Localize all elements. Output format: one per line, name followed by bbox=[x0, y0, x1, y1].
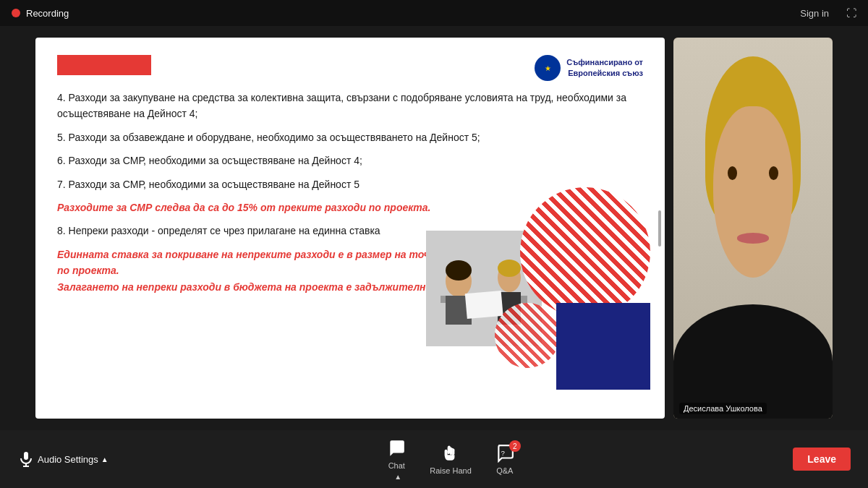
slide-container: ★ Съфинансирано от Европейския съюз 4. Р… bbox=[35, 38, 665, 419]
svg-rect-14 bbox=[450, 448, 452, 455]
top-bar: Recording Sign in ⛶ bbox=[0, 0, 868, 26]
small-stripe-overlap bbox=[495, 303, 560, 368]
eu-stars-icon: ★ bbox=[535, 55, 561, 81]
toolbar-left: Audio Settings ▲ bbox=[17, 450, 109, 468]
eu-logo-area: ★ Съфинансирано от Европейския съюз bbox=[535, 55, 643, 81]
presenter-face bbox=[713, 106, 793, 278]
svg-point-8 bbox=[498, 260, 521, 277]
chat-label: Chat bbox=[388, 461, 405, 470]
qa-icon: ? 2 bbox=[495, 443, 515, 463]
svg-rect-10 bbox=[24, 452, 28, 460]
chat-arrow-icon: ▲ bbox=[394, 473, 401, 481]
chat-button[interactable]: Chat ▲ bbox=[386, 438, 407, 481]
qa-label: Q&A bbox=[496, 466, 513, 475]
svg-rect-13 bbox=[448, 446, 450, 454]
presenter-mouth bbox=[737, 233, 769, 243]
slide-item-6: 6. Разходи за СМР, необходими за осъщест… bbox=[57, 153, 643, 168]
presenter-clothing bbox=[673, 304, 833, 419]
svg-rect-9 bbox=[465, 291, 503, 319]
leave-button[interactable]: Leave bbox=[793, 448, 851, 471]
bottom-toolbar: Audio Settings ▲ Chat ▲ bbox=[0, 430, 868, 488]
recording-label: Recording bbox=[26, 8, 69, 19]
raise-hand-icon bbox=[441, 443, 461, 463]
audio-chevron-icon: ▲ bbox=[101, 455, 109, 463]
microphone-icon bbox=[17, 450, 35, 468]
fullscreen-icon[interactable]: ⛶ bbox=[846, 7, 856, 19]
stripe-circle bbox=[520, 187, 650, 317]
camera-feed: Десислава Ушколова bbox=[673, 38, 833, 419]
decorative-shapes bbox=[462, 187, 665, 390]
toolbar-center: Chat ▲ Raise Hand bbox=[386, 438, 514, 481]
presenter-eye-right bbox=[769, 166, 778, 180]
scrollbar[interactable] bbox=[658, 74, 662, 382]
qa-badge: 2 bbox=[509, 440, 521, 452]
camera-panel: Десислава Ушколова bbox=[673, 38, 833, 419]
recording-indicator: Recording bbox=[12, 8, 69, 19]
sign-in-button[interactable]: Sign in bbox=[800, 8, 829, 19]
toolbar-right: Leave bbox=[793, 448, 851, 471]
svg-point-5 bbox=[446, 260, 472, 281]
slide-header: ★ Съфинансирано от Европейския съюз bbox=[57, 55, 643, 81]
chat-icon bbox=[386, 438, 407, 458]
eu-cofinanced-line1: Съфинансирано от bbox=[566, 57, 643, 68]
scroll-thumb[interactable] bbox=[658, 210, 661, 247]
eu-cofinanced-line2: Европейския съюз bbox=[566, 68, 643, 79]
svg-rect-16 bbox=[445, 450, 447, 456]
blue-square bbox=[556, 303, 650, 390]
presenter-name-label: Десислава Ушколова bbox=[679, 403, 767, 414]
svg-rect-15 bbox=[452, 449, 454, 455]
slide-red-bar bbox=[57, 55, 151, 75]
raise-hand-label: Raise Hand bbox=[430, 466, 471, 475]
recording-dot bbox=[12, 9, 20, 17]
presenter-eye-left bbox=[728, 166, 737, 180]
main-area: ★ Съфинансирано от Европейския съюз 4. Р… bbox=[0, 26, 868, 430]
audio-settings-label: Audio Settings bbox=[38, 454, 98, 465]
qa-button[interactable]: ? 2 Q&A bbox=[495, 443, 515, 475]
svg-text:?: ? bbox=[501, 449, 505, 457]
audio-settings-button[interactable]: Audio Settings ▲ bbox=[17, 450, 109, 468]
slide-item-4: 4. Разходи за закупуване на средства за … bbox=[57, 90, 643, 122]
slide-item-5: 5. Разходи за обзавеждане и оборудване, … bbox=[57, 129, 643, 145]
raise-hand-button[interactable]: Raise Hand bbox=[430, 443, 471, 475]
